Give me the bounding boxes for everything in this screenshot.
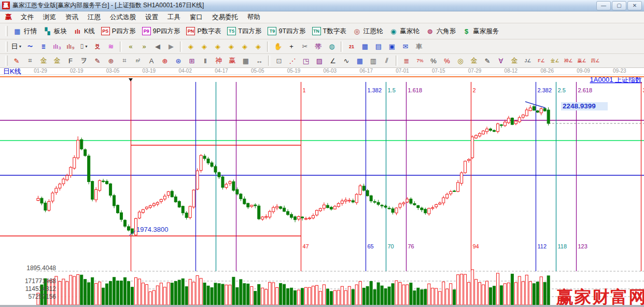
diamond-tool-6-icon[interactable]: ◈ [252, 40, 264, 52]
fan-grid-icon[interactable]: ▨ [313, 55, 326, 67]
menu-item-8[interactable]: 交易委托 [207, 11, 243, 23]
curve-tool-icon[interactable]: 〜 [24, 40, 36, 52]
angle-lines-icon[interactable]: ∠ [327, 55, 339, 67]
report-icon[interactable]: ▤ [372, 40, 385, 52]
gold-grid2-icon[interactable]: 金 [51, 55, 63, 67]
menu-item-1[interactable]: 浏览 [38, 11, 61, 23]
t-table-button[interactable]: TNT数字表 [309, 25, 349, 37]
crosshair-icon[interactable]: + [285, 40, 298, 52]
gold-underline-icon[interactable]: 金 [508, 55, 521, 67]
kline-measure-icon[interactable]: ǁ [199, 55, 212, 67]
calendar-icon[interactable]: 21 [345, 40, 358, 52]
note-icon[interactable]: ≣ [37, 40, 50, 52]
fan-red-icon[interactable]: ⋰ [286, 55, 299, 67]
chart-canvas[interactable]: 01-2902-1903-0503-1904-0204-1705-0505-19… [0, 68, 644, 307]
candle-type-dropdown[interactable]: ⌷▼ [78, 40, 90, 52]
nav-last-icon[interactable]: » [138, 40, 150, 52]
nav-next-icon[interactable]: ▶ [165, 40, 177, 52]
chart-area[interactable]: 01-2902-1903-0503-1904-0204-1705-0505-19… [0, 68, 644, 307]
red-pencil-icon[interactable]: ✎ [91, 55, 104, 67]
gold-angle-icon[interactable]: 金∠ [549, 55, 561, 67]
grid-icon[interactable]: ⌗ [24, 55, 36, 67]
circle-grid-icon[interactable]: ⊕ [105, 55, 117, 67]
maximize-button[interactable]: ▢ [612, 1, 626, 10]
diamond-tool-1-icon[interactable]: ◈ [185, 40, 197, 52]
menu-item-0[interactable]: 文件 [16, 11, 38, 23]
ying-grid-icon[interactable]: 赢 [226, 55, 239, 67]
p-square-button[interactable]: PSP四方形 [98, 25, 139, 37]
f-angle-icon[interactable]: F∠ [535, 55, 548, 67]
f-grid-icon[interactable]: F [64, 55, 77, 67]
p-table-button[interactable]: PNP数字表 [183, 25, 224, 37]
j-angle-icon[interactable]: J∠ [522, 55, 534, 67]
percent-red-icon[interactable]: % [441, 55, 453, 67]
quotes-button[interactable]: ▦行情 [10, 25, 40, 37]
purple-grid-icon[interactable]: 帯 [312, 40, 325, 52]
four-angle-icon[interactable]: 四∠ [589, 55, 601, 67]
bars9-icon[interactable]: ılı₉ [64, 40, 77, 52]
shen-grid-icon[interactable]: 神 [213, 55, 225, 67]
diamond-tool-5-icon[interactable]: ◈ [239, 40, 251, 52]
order-cart-icon[interactable]: 車 [413, 40, 425, 52]
menu-item-3[interactable]: 江恩 [83, 11, 105, 23]
bars3-icon[interactable]: ılı₃ [51, 40, 63, 52]
shen-angle-icon[interactable]: 神∠ [562, 55, 575, 67]
n2-grid-icon[interactable]: n² [132, 55, 144, 67]
menu-item-5[interactable]: 设置 [141, 11, 163, 23]
pencil-icon[interactable]: ✎ [10, 55, 23, 67]
gold-circle-icon[interactable]: ◎ [454, 55, 467, 67]
a-angle-icon[interactable]: A [145, 55, 158, 67]
service-button[interactable]: $赢家服务 [459, 25, 502, 37]
kline-button[interactable]: ılıK线 [70, 25, 98, 37]
calculator-icon[interactable]: ▦ [359, 40, 371, 52]
hand-pan-icon[interactable]: ✋ [272, 40, 284, 52]
wave-a-icon[interactable]: ∀ [495, 55, 507, 67]
sectors-button[interactable]: ▚板块 [40, 25, 70, 37]
target-icon[interactable]: ⊕ [159, 55, 171, 67]
menu-item-7[interactable]: 窗口 [185, 11, 207, 23]
grid-blue-icon[interactable]: ▦ [354, 55, 366, 67]
gann-horizontal-lines[interactable] [0, 77, 644, 236]
ink-pen-icon[interactable]: ✎ [481, 55, 494, 67]
gold-lines-icon[interactable]: 金 [468, 55, 480, 67]
menu-item-4[interactable]: 公式选股 [105, 11, 141, 23]
fan-box-icon[interactable]: ◳ [300, 55, 312, 67]
wheel-blue-icon[interactable]: ⊛ [172, 55, 185, 67]
9t-square-button[interactable]: T99T四方形 [264, 25, 309, 37]
percent-icon[interactable]: % [427, 55, 440, 67]
measure-icon[interactable]: ✂ [299, 40, 311, 52]
teal-wheel-icon[interactable]: ◍ [326, 40, 338, 52]
width-measure-icon[interactable]: ↔ [253, 55, 265, 67]
close-button[interactable]: ✕ [627, 1, 642, 10]
diamond-tool-4-icon[interactable]: ◈ [225, 40, 237, 52]
menu-item-9[interactable]: 帮助 [243, 11, 265, 23]
nav-first-icon[interactable]: « [124, 40, 137, 52]
comb-grid-icon[interactable]: ⌗ [118, 55, 131, 67]
box-tool-icon[interactable]: ⊡ [273, 55, 285, 67]
diamond-tool-2-icon[interactable]: ◈ [198, 40, 211, 52]
menu-item-6[interactable]: 工具 [163, 11, 185, 23]
colored-chart-icon[interactable]: ≋ [105, 40, 117, 52]
percent7-icon[interactable]: 7% [414, 55, 426, 67]
pattern-tool-icon[interactable]: 爻 [91, 40, 104, 52]
diamond-tool-3-icon[interactable]: ◈ [212, 40, 224, 52]
winner-wheel-button[interactable]: ◉赢家轮 [386, 25, 423, 37]
gold-grid-icon[interactable]: 金 [37, 55, 50, 67]
grid-export-icon[interactable]: ▥ [367, 55, 380, 67]
9p-square-button[interactable]: P99P四方形 [139, 25, 184, 37]
levels-icon[interactable]: ≣ [400, 55, 413, 67]
nav-prev-icon[interactable]: ◀ [151, 40, 164, 52]
save-icon[interactable]: ▣ [386, 40, 398, 52]
menu-item-2[interactable]: 资讯 [61, 11, 83, 23]
wave-icon[interactable]: ∿ [340, 55, 353, 67]
hexagon-button[interactable]: ⊚六角形 [423, 25, 459, 37]
gann-wheel-button[interactable]: ◎江恩轮 [349, 25, 386, 37]
export-icon[interactable]: ✉ [399, 40, 412, 52]
ying-angle-icon[interactable]: 赢∠ [576, 55, 588, 67]
minimize-button[interactable]: — [596, 1, 611, 10]
t-square-button[interactable]: TST四方形 [224, 25, 264, 37]
wheel-box-icon[interactable]: ⊞ [186, 55, 198, 67]
parallel-lines-icon[interactable]: ⫽ [381, 55, 393, 67]
spiral-grid-icon[interactable]: ヲ [78, 55, 90, 67]
period-daily-dropdown[interactable]: 日▼ [10, 40, 23, 52]
